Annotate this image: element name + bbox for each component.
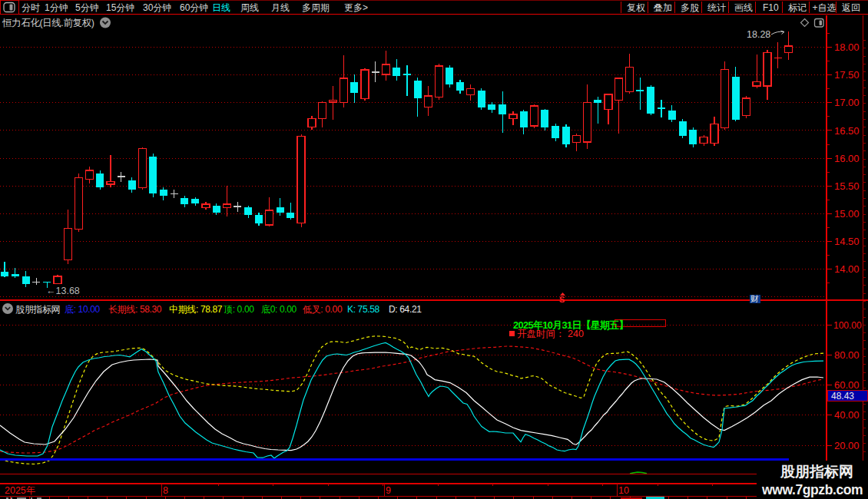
svg-text:标记: 标记 xyxy=(788,2,807,13)
svg-text:60.00: 60.00 xyxy=(834,379,860,391)
svg-text:40.00: 40.00 xyxy=(834,409,860,421)
svg-text:20.00: 20.00 xyxy=(834,440,860,451)
svg-text:分时: 分时 xyxy=(22,2,40,13)
svg-text:48.43: 48.43 xyxy=(831,391,854,402)
svg-text:S: S xyxy=(559,295,565,304)
svg-text:14.50: 14.50 xyxy=(834,236,860,247)
svg-text:15.50: 15.50 xyxy=(834,180,860,192)
svg-text:多股: 多股 xyxy=(681,2,699,13)
svg-text:←13.68: ←13.68 xyxy=(46,286,80,296)
svg-text:开盘时间： 240: 开盘时间： 240 xyxy=(517,329,584,339)
svg-text:底0: 0.00: 底0: 0.00 xyxy=(261,304,297,315)
svg-text:股朋指标网: 股朋指标网 xyxy=(15,304,60,315)
svg-text:www.7gpzb.com: www.7gpzb.com xyxy=(761,482,863,497)
svg-text:顶: 0.00: 顶: 0.00 xyxy=(223,304,254,315)
svg-text:30分钟: 30分钟 xyxy=(143,2,171,13)
svg-text:画线: 画线 xyxy=(734,2,753,13)
svg-text:财: 财 xyxy=(750,294,759,303)
svg-text:17.50: 17.50 xyxy=(834,69,860,81)
svg-text:F10: F10 xyxy=(763,2,779,13)
svg-text:统计: 统计 xyxy=(707,2,726,13)
svg-text:5分钟: 5分钟 xyxy=(75,2,99,13)
svg-text:K: 75.58: K: 75.58 xyxy=(347,304,380,315)
svg-text:叠加: 叠加 xyxy=(654,2,672,13)
svg-text:底: 10.00: 底: 10.00 xyxy=(65,304,101,315)
svg-text:复权: 复权 xyxy=(627,2,645,13)
svg-text:15分钟: 15分钟 xyxy=(106,2,134,13)
svg-text:1分钟: 1分钟 xyxy=(45,2,68,13)
svg-text:长期线: 58.30: 长期线: 58.30 xyxy=(108,304,162,315)
svg-text:更多>: 更多> xyxy=(344,2,368,13)
svg-text:股朋指标网: 股朋指标网 xyxy=(780,464,853,480)
svg-text:月线: 月线 xyxy=(271,2,290,13)
svg-text:9: 9 xyxy=(386,485,391,496)
svg-text:2025年: 2025年 xyxy=(5,485,35,496)
svg-text:10: 10 xyxy=(618,485,629,496)
svg-text:60分钟: 60分钟 xyxy=(180,2,208,13)
svg-text:80.00: 80.00 xyxy=(834,349,860,361)
svg-text:返回: 返回 xyxy=(842,2,860,13)
svg-text:100.00: 100.00 xyxy=(833,320,862,331)
svg-text:14.00: 14.00 xyxy=(834,263,860,275)
svg-text:15.00: 15.00 xyxy=(834,208,860,220)
svg-text:16.00: 16.00 xyxy=(834,153,860,164)
svg-text:D: 64.21: D: 64.21 xyxy=(389,304,422,315)
svg-text:低叉: 0.00: 低叉: 0.00 xyxy=(303,304,343,315)
svg-text:18.00: 18.00 xyxy=(834,41,860,53)
svg-text:18.28: 18.28 xyxy=(747,29,770,40)
svg-text:周线: 周线 xyxy=(240,2,259,13)
svg-text:恒力石化(日线.前复权): 恒力石化(日线.前复权) xyxy=(2,18,94,28)
svg-text:8: 8 xyxy=(163,485,168,496)
svg-text:17.00: 17.00 xyxy=(834,97,860,108)
svg-text:中期线: 78.87: 中期线: 78.87 xyxy=(169,304,223,315)
svg-text:日线: 日线 xyxy=(212,2,230,13)
svg-text:多周期: 多周期 xyxy=(302,2,330,13)
svg-text:+自选: +自选 xyxy=(813,2,837,13)
svg-text:16.50: 16.50 xyxy=(834,125,860,137)
